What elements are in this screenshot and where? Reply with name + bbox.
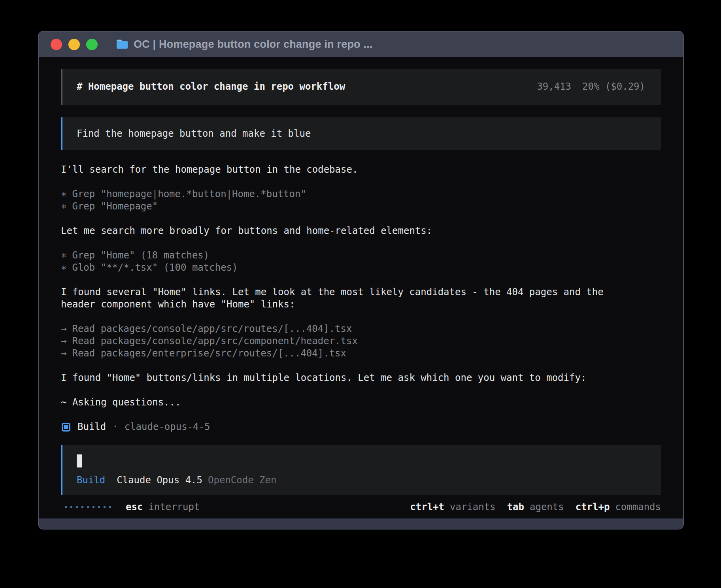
tool-call-glob: ∗ Glob "**/*.tsx" (100 matches)	[61, 262, 661, 274]
tool-call-group: ∗ Grep "homepage|home.*button|Home.*butt…	[61, 188, 661, 213]
minimize-button[interactable]	[68, 39, 80, 50]
shortcut-label: agents	[530, 501, 564, 513]
badge-separator: ·	[112, 421, 118, 433]
prompt-input[interactable]: Build Claude Opus 4.5 OpenCode Zen	[61, 445, 661, 495]
asterisk-icon: ∗	[61, 200, 66, 213]
session-stats: 39,413 20% ($0.29)	[537, 81, 645, 93]
tool-call-read: → Read packages/console/app/src/routes/[…	[61, 323, 661, 335]
tool-call-read: → Read packages/console/app/src/componen…	[61, 335, 661, 347]
text-cursor	[77, 454, 82, 467]
zoom-button[interactable]	[86, 39, 98, 50]
agent-badge: Build · claude-opus-4-5	[61, 421, 661, 433]
session-title: # Homepage button color change in repo w…	[77, 81, 345, 93]
arrow-right-icon: →	[61, 323, 66, 335]
terminal-window: OC | Homepage button color change in rep…	[38, 31, 684, 530]
provider-name: OpenCode Zen	[208, 474, 276, 486]
agent-build-icon	[62, 423, 70, 432]
terminal-content: # Homepage button color change in repo w…	[39, 57, 683, 518]
esc-key: esc	[126, 501, 143, 513]
token-count: 39,413	[537, 81, 571, 93]
shortcut-key: ctrl+t	[410, 501, 444, 513]
status-bar: esc interrupt ctrl+t variants tab agents…	[61, 501, 661, 513]
agent-name: Build	[77, 421, 106, 433]
shortcut-agents: tab agents	[507, 501, 564, 513]
input-meta: Build Claude Opus 4.5 OpenCode Zen	[77, 474, 645, 486]
assistant-text: I found "Home" buttons/links in multiple…	[61, 372, 661, 384]
status-right: ctrl+t variants tab agents ctrl+p comman…	[410, 501, 661, 513]
shortcut-variants: ctrl+t variants	[410, 501, 495, 513]
status-left: esc interrupt	[61, 501, 200, 513]
close-button[interactable]	[51, 39, 62, 50]
shortcut-commands: ctrl+p commands	[576, 501, 661, 513]
tool-call-text: Read packages/console/app/src/component/…	[72, 335, 357, 347]
asterisk-icon: ∗	[61, 262, 66, 274]
arrow-right-icon: →	[61, 335, 66, 347]
tool-call-group: ∗ Grep "Home" (18 matches) ∗ Glob "**/*.…	[61, 249, 661, 274]
tool-call-grep: ∗ Grep "homepage|home.*button|Home.*butt…	[61, 188, 661, 200]
assistant-text: Let me search more broadly for buttons a…	[61, 225, 661, 237]
model-name[interactable]: Claude Opus 4.5	[117, 474, 202, 486]
shortcut-key: tab	[507, 501, 524, 513]
assistant-status-line: ~ Asking questions...	[61, 396, 661, 409]
shortcut-interrupt: esc interrupt	[126, 501, 200, 513]
esc-label: interrupt	[148, 501, 200, 513]
window-bottom-strip	[39, 518, 683, 529]
window-title: OC | Homepage button color change in rep…	[134, 38, 373, 51]
asterisk-icon: ∗	[61, 188, 66, 200]
arrow-right-icon: →	[61, 347, 66, 360]
folder-icon	[116, 39, 128, 49]
tool-call-text: Glob "**/*.tsx" (100 matches)	[72, 262, 238, 274]
session-header: # Homepage button color change in repo w…	[61, 69, 661, 105]
tool-call-grep: ∗ Grep "Home" (18 matches)	[61, 249, 661, 262]
agent-model: claude-opus-4-5	[125, 421, 210, 433]
context-usage: 20% ($0.29)	[582, 81, 645, 93]
mode-label[interactable]: Build	[77, 474, 105, 486]
agent-build-icon-inner	[64, 425, 68, 429]
assistant-text: I'll search for the homepage button in t…	[61, 164, 661, 176]
shortcut-label: commands	[615, 501, 661, 513]
title-group: OC | Homepage button color change in rep…	[116, 38, 373, 51]
tool-call-grep: ∗ Grep "Homepage"	[61, 200, 661, 213]
user-message-text: Find the homepage button and make it blu…	[77, 128, 311, 139]
titlebar: OC | Homepage button color change in rep…	[39, 32, 683, 57]
tool-call-read: → Read packages/enterprise/src/routes/[.…	[61, 347, 661, 360]
traffic-lights	[51, 39, 98, 50]
tool-call-text: Read packages/enterprise/src/routes/[...…	[72, 347, 346, 360]
activity-dots-icon	[65, 506, 111, 508]
tool-call-text: Grep "Homepage"	[72, 200, 158, 213]
tool-call-text: Grep "Home" (18 matches)	[72, 249, 209, 262]
assistant-text: I found several "Home" links. Let me loo…	[61, 286, 661, 311]
asterisk-icon: ∗	[61, 249, 66, 262]
tool-call-text: Grep "homepage|home.*button|Home.*button…	[72, 188, 306, 200]
shortcut-label: variants	[450, 501, 496, 513]
user-message: Find the homepage button and make it blu…	[61, 117, 661, 150]
tool-call-text: Read packages/console/app/src/routes/[..…	[72, 323, 352, 335]
tool-call-group: → Read packages/console/app/src/routes/[…	[61, 323, 661, 360]
shortcut-key: ctrl+p	[576, 501, 610, 513]
